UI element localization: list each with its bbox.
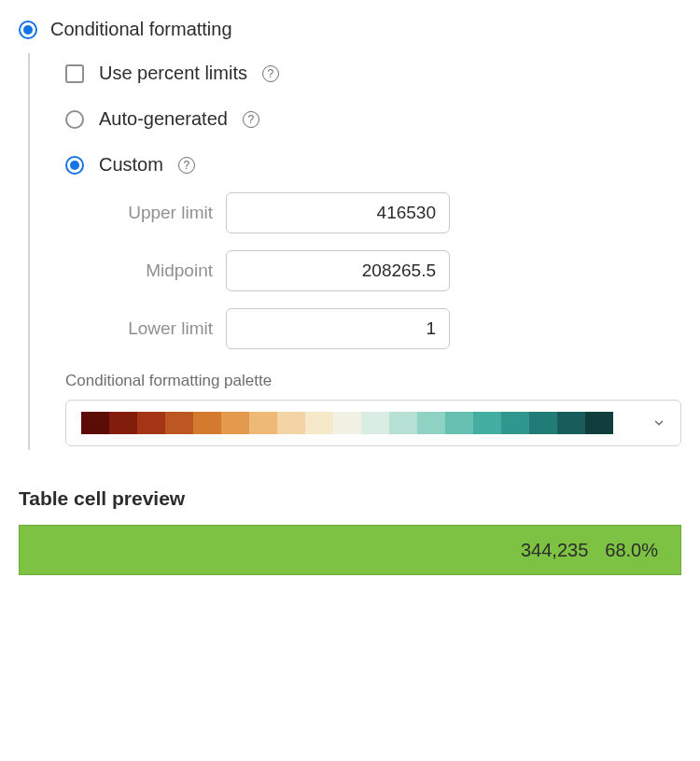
palette-label: Conditional formatting palette bbox=[65, 372, 681, 390]
auto-generated-label: Auto-generated bbox=[99, 108, 228, 130]
palette-color bbox=[389, 412, 417, 434]
palette-color bbox=[137, 412, 165, 434]
palette-color bbox=[193, 412, 221, 434]
palette-color bbox=[501, 412, 529, 434]
conditional-formatting-radio[interactable] bbox=[19, 21, 37, 39]
palette-color bbox=[305, 412, 333, 434]
midpoint-input[interactable] bbox=[226, 250, 450, 291]
help-icon[interactable] bbox=[262, 65, 279, 82]
help-icon[interactable] bbox=[243, 111, 259, 128]
upper-limit-label: Upper limit bbox=[101, 203, 213, 223]
palette-swatches bbox=[81, 412, 613, 434]
lower-limit-label: Lower limit bbox=[101, 318, 213, 339]
palette-color bbox=[109, 412, 137, 434]
conditional-formatting-options: Use percent limits Auto-generated Custom… bbox=[28, 53, 681, 450]
palette-color bbox=[221, 412, 249, 434]
palette-color bbox=[473, 412, 501, 434]
upper-limit-input[interactable] bbox=[226, 192, 450, 233]
palette-color bbox=[249, 412, 277, 434]
palette-color bbox=[557, 412, 585, 434]
chevron-down-icon bbox=[652, 416, 665, 430]
preview-cell: 344,235 68.0% bbox=[19, 525, 681, 575]
palette-color bbox=[445, 412, 473, 434]
preview-value: 344,235 bbox=[521, 540, 588, 561]
use-percent-limits-checkbox[interactable] bbox=[65, 64, 84, 83]
palette-color bbox=[81, 412, 109, 434]
preview-title: Table cell preview bbox=[19, 487, 681, 510]
custom-limits-group: Upper limit Midpoint Lower limit bbox=[101, 192, 681, 349]
midpoint-label: Midpoint bbox=[101, 261, 213, 281]
preview-percent: 68.0% bbox=[605, 540, 658, 561]
palette-color bbox=[585, 412, 613, 434]
palette-color bbox=[529, 412, 557, 434]
lower-limit-input[interactable] bbox=[226, 308, 450, 349]
palette-color bbox=[361, 412, 389, 434]
custom-radio[interactable] bbox=[65, 156, 84, 175]
section-title: Conditional formatting bbox=[50, 19, 232, 40]
custom-label: Custom bbox=[99, 154, 163, 176]
palette-select[interactable] bbox=[65, 400, 681, 446]
use-percent-limits-label: Use percent limits bbox=[99, 63, 247, 84]
radio-dot-icon bbox=[23, 25, 33, 35]
palette-color bbox=[165, 412, 193, 434]
auto-generated-radio[interactable] bbox=[65, 110, 84, 129]
palette-color bbox=[277, 412, 305, 434]
help-icon[interactable] bbox=[178, 157, 195, 174]
radio-dot-icon bbox=[70, 161, 79, 170]
palette-color bbox=[333, 412, 361, 434]
palette-color bbox=[417, 412, 445, 434]
